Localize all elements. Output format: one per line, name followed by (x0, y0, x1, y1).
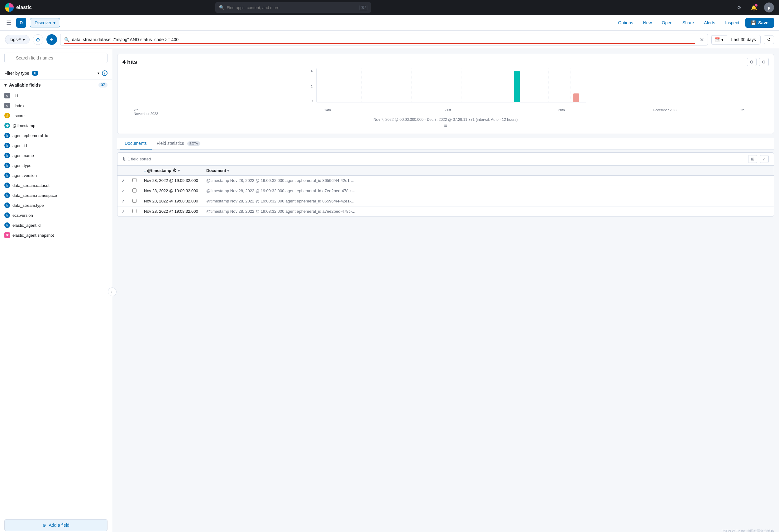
list-item[interactable]: k agent.type (0, 160, 112, 171)
alerts-link[interactable]: Alerts (700, 18, 719, 27)
field-name: data_stream.dataset (12, 183, 50, 188)
discover-button[interactable]: Discover ▾ (30, 18, 60, 27)
search-field-input[interactable] (4, 53, 108, 63)
query-bar: logs-* ▾ ⊕ + 🔍 ✕ 📅 ▾ Last 30 days ↺ (0, 30, 779, 49)
field-type-k-icon: k (4, 193, 10, 198)
list-item[interactable]: ⊙ _index (0, 101, 112, 111)
filter-chevron-down-icon[interactable]: ▾ (98, 71, 100, 75)
available-fields-section[interactable]: ▾ Available fields 37 (0, 79, 112, 91)
options-link[interactable]: Options (614, 18, 637, 27)
list-item[interactable]: ⊙ _id (0, 91, 112, 101)
gear-icon-button[interactable]: ⚙ (734, 2, 744, 12)
row-expand-icon[interactable]: ↗ (121, 199, 125, 204)
table-row: ↗ Nov 28, 2022 @ 19:08:32.000 @timestamp… (117, 196, 774, 206)
tab-field-statistics[interactable]: Field statistics BETA (152, 138, 205, 149)
table-actions: ⊞ ⤢ (748, 155, 769, 163)
field-type-k-icon: k (4, 183, 10, 188)
search-icon: 🔍 (64, 37, 69, 42)
field-name: agent.name (12, 153, 34, 158)
calendar-icon-button[interactable]: 📅 ▾ (711, 35, 727, 44)
list-item[interactable]: k ecs.version (0, 210, 112, 220)
chart-options-button[interactable]: ⚙ (747, 58, 757, 66)
watermark: CSDN @Elastic 中国社区官方博客 (112, 528, 779, 532)
refresh-button[interactable]: ↺ (764, 35, 774, 44)
row-timestamp: Nov 28, 2022 @ 19:08:32.000 (140, 196, 202, 206)
row-document: @timestamp Nov 28, 2022 @ 19:08:32.000 a… (202, 196, 774, 206)
hits-icons: ⚙ ⚙ (747, 58, 769, 66)
inspect-link[interactable]: Inspect (721, 18, 743, 27)
user-avatar[interactable]: p (764, 2, 774, 12)
row-checkbox[interactable] (132, 199, 136, 203)
chart-label-dec: December 2022 (615, 108, 715, 116)
index-selector[interactable]: logs-* ▾ (5, 35, 29, 44)
field-type-eye-icon: 👁 (4, 232, 10, 238)
field-name: ecs.version (12, 213, 33, 218)
add-filter-button[interactable]: + (47, 34, 57, 45)
list-item[interactable]: k data_stream.type (0, 200, 112, 210)
collapse-sidebar-button[interactable]: ← (108, 287, 117, 296)
main-content: 4 hits ⚙ ⚙ 4 2 0 (112, 49, 779, 532)
row-expand-icon[interactable]: ↗ (121, 188, 125, 193)
field-type-id-icon: ⊙ (4, 93, 10, 98)
list-item[interactable]: k elastic_agent.id (0, 220, 112, 230)
app-icon[interactable]: D (16, 18, 26, 28)
field-type-k-icon: k (4, 222, 10, 228)
chart-label-21st: 21st (387, 108, 508, 116)
nav-links: Options New Open Share Alerts Inspect 💾 … (614, 18, 774, 28)
filter-button[interactable]: ⊕ (33, 34, 43, 45)
section-count: 37 (99, 82, 108, 87)
filter-info-icon[interactable]: i (102, 70, 108, 76)
col-header-timestamp[interactable]: ↓ @timestamp ⏱ ▾ (140, 166, 202, 176)
save-icon: 💾 (751, 20, 756, 25)
clock-icon: ⏱ (173, 168, 177, 173)
field-name: data_stream.type (12, 203, 44, 208)
row-checkbox[interactable] (132, 188, 136, 193)
svg-text:2: 2 (311, 85, 312, 88)
notifications-button[interactable]: 🔔 (749, 2, 759, 12)
row-checkbox[interactable] (132, 178, 136, 182)
content-inner: 4 hits ⚙ ⚙ 4 2 0 (112, 49, 779, 528)
new-link[interactable]: New (640, 18, 656, 27)
hamburger-menu-button[interactable]: ☰ (5, 18, 12, 27)
query-input-container: 🔍 ✕ (60, 34, 708, 46)
row-expand-icon[interactable]: ↗ (121, 178, 125, 183)
list-item[interactable]: k agent.ephemeral_id (0, 131, 112, 140)
list-item[interactable]: k agent.name (0, 150, 112, 160)
field-type-k-icon: k (4, 143, 10, 148)
row-expand-icon[interactable]: ↗ (121, 209, 125, 214)
list-item[interactable]: # _score (0, 111, 112, 121)
elastic-logo[interactable]: elastic (5, 3, 32, 12)
tab-documents[interactable]: Documents (120, 138, 152, 149)
query-input[interactable] (72, 37, 700, 42)
search-field-wrapper: 🔍 (4, 53, 108, 63)
list-item[interactable]: ⊕ @timestamp (0, 121, 112, 131)
row-timestamp: Nov 28, 2022 @ 19:09:32.000 (140, 176, 202, 186)
chart-settings-button[interactable]: ⚙ (759, 58, 769, 66)
document-chevron-icon: ▾ (227, 169, 229, 173)
row-checkbox[interactable] (132, 209, 136, 213)
field-name: @timestamp (12, 123, 35, 128)
date-range-display[interactable]: Last 30 days (727, 35, 760, 44)
col-header-document[interactable]: Document ▾ (202, 166, 774, 176)
field-type-clock-icon: ⊕ (4, 123, 10, 128)
svg-text:0: 0 (311, 99, 312, 103)
sort-info: ⇅ 1 field sorted (122, 157, 151, 161)
section-label: Available fields (9, 82, 41, 87)
global-search-input[interactable] (227, 5, 357, 10)
table-row: ↗ Nov 28, 2022 @ 19:08:32.000 @timestamp… (117, 206, 774, 217)
open-link[interactable]: Open (658, 18, 676, 27)
global-search-bar[interactable]: 🔍 ⌘/ (215, 2, 371, 13)
add-field-button[interactable]: ⊕ Add a field (4, 519, 108, 531)
list-item[interactable]: k data_stream.namespace (0, 190, 112, 200)
share-link[interactable]: Share (679, 18, 698, 27)
list-item[interactable]: k data_stream.dataset (0, 180, 112, 190)
fullscreen-button[interactable]: ⤢ (760, 155, 769, 163)
field-name: _id (12, 93, 18, 98)
field-name: elastic_agent.id (12, 223, 41, 228)
list-item[interactable]: k agent.id (0, 140, 112, 150)
columns-button[interactable]: ⊞ (748, 155, 757, 163)
list-item[interactable]: k agent.version (0, 171, 112, 180)
clear-query-button[interactable]: ✕ (700, 37, 704, 43)
list-item[interactable]: 👁 elastic_agent.snapshot (0, 230, 112, 240)
save-button[interactable]: 💾 Save (745, 18, 774, 28)
